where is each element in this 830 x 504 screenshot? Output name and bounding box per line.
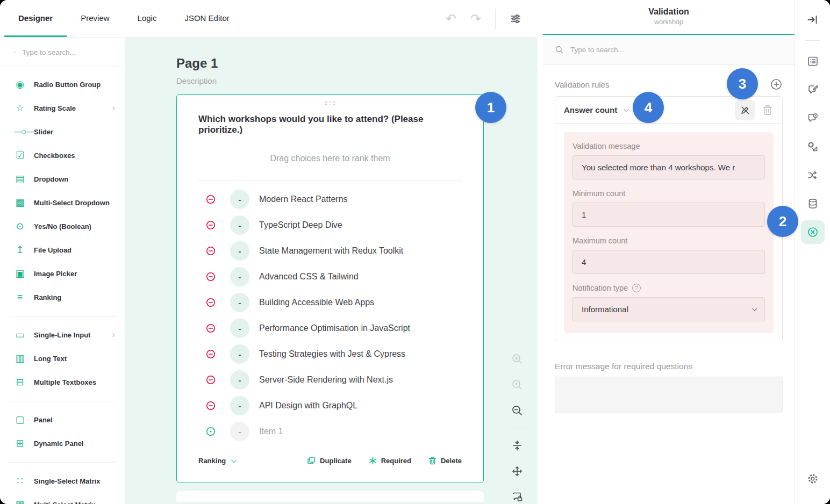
lock-comments-button[interactable]	[506, 486, 528, 504]
required-button[interactable]: Required	[369, 457, 411, 465]
zoom-reset-button[interactable]	[506, 374, 528, 395]
choice-row[interactable]: - TypeScript Deep Dive	[198, 212, 462, 238]
choice-row[interactable]: - Performance Optimisation in JavaScript	[198, 315, 462, 341]
tab-layout[interactable]	[801, 135, 825, 159]
choice-row[interactable]: - Advanced CSS & Tailwind	[198, 264, 462, 290]
remove-choice-button[interactable]	[206, 272, 216, 282]
choice-label[interactable]: State Management with Redux Toolkit	[259, 246, 403, 256]
toolbox-item[interactable]: ▢ Panel	[0, 408, 125, 431]
choice-label[interactable]: Testing Strategies with Jest & Cypress	[259, 349, 405, 359]
collapse-questions-button[interactable]	[506, 435, 528, 456]
duplicate-button[interactable]: Duplicate	[307, 456, 352, 465]
rule-type-dropdown[interactable]: Answer count	[564, 105, 627, 114]
remove-choice-button[interactable]	[206, 220, 216, 230]
add-choice-row[interactable]: - Item 1	[198, 419, 462, 444]
delete-rule-button[interactable]	[759, 100, 777, 120]
remove-circle-icon	[206, 375, 216, 385]
toolbox-item[interactable]: ◉ Radio Button Group	[0, 73, 125, 96]
view-tab[interactable]: Preview	[67, 0, 123, 37]
choice-row[interactable]: - API Design with GraphQL	[198, 393, 462, 419]
required-error-input[interactable]	[555, 377, 783, 413]
toolbox-item[interactable]: ▥ Long Text	[0, 347, 125, 370]
toolbox-item[interactable]: ☆ Rating Scale ›	[0, 96, 125, 120]
drag-handle[interactable]	[324, 101, 336, 105]
view-tab[interactable]: Designer	[4, 0, 67, 37]
toolbox-item-label: Multi-Select Matrix	[34, 501, 96, 504]
choice-row[interactable]: - Building Accessible Web Apps	[198, 290, 462, 315]
choice-row[interactable]: - Modern React Patterns	[198, 186, 462, 212]
remove-choice-button[interactable]	[206, 349, 216, 359]
toolbox-item[interactable]: ▣ Image Picker	[0, 262, 125, 285]
badge-number: 3	[739, 76, 746, 92]
rule-field-input[interactable]: 1	[573, 203, 765, 227]
toolbox-item[interactable]: ⊞ Dynamic Panel	[0, 431, 125, 455]
remove-choice-button[interactable]	[206, 298, 216, 307]
add-rule-button[interactable]	[770, 78, 783, 91]
new-item-label[interactable]: Item 1	[259, 427, 283, 436]
tab-validation[interactable]	[801, 220, 825, 244]
rule-field-input[interactable]: 4	[573, 250, 765, 274]
toolbox-item[interactable]: ↥ File Upload	[0, 238, 125, 262]
remove-choice-button[interactable]	[206, 401, 216, 411]
zoom-in-button[interactable]	[506, 348, 528, 370]
remove-circle-icon	[206, 246, 216, 256]
choice-label[interactable]: Performance Optimisation in JavaScript	[259, 323, 410, 333]
choice-row[interactable]: - State Management with Redux Toolkit	[198, 238, 462, 264]
next-question-card-edge[interactable]	[176, 491, 484, 502]
delete-button[interactable]: Delete	[428, 456, 462, 465]
choice-label[interactable]: TypeScript Deep Dive	[259, 220, 342, 230]
ranking-question-card[interactable]: Which workshops would you like to attend…	[176, 94, 484, 483]
question-title[interactable]: Which workshops would you like to attend…	[198, 114, 462, 135]
toolbox-item[interactable]: ─○─ Slider	[0, 120, 125, 143]
remove-circle-icon	[206, 220, 216, 230]
toolbox-item[interactable]: ⊟ Multiple Textboxes	[0, 370, 125, 394]
view-tab[interactable]: JSON Editor	[170, 0, 243, 37]
add-choice-button[interactable]	[206, 427, 216, 436]
toolbox-item[interactable]: ☑ Checkboxes	[0, 143, 125, 167]
page-description[interactable]: Description	[176, 76, 538, 85]
rank-circle: -	[230, 422, 249, 441]
creator-settings-button[interactable]	[510, 13, 521, 25]
toolbox-item[interactable]: ⊙ Yes/No (Boolean)	[0, 214, 125, 238]
remove-choice-button[interactable]	[206, 246, 216, 256]
panel-settings-button[interactable]	[801, 467, 825, 491]
tab-general[interactable]	[801, 49, 825, 73]
remove-choice-button[interactable]	[206, 195, 216, 204]
choice-row[interactable]: - Testing Strategies with Jest & Cypress	[198, 341, 462, 367]
toolbox-item[interactable]: ▩ Multi-Select Dropdown	[0, 191, 125, 214]
rule-field-input[interactable]: You selected more than 4 workshops. We r	[573, 155, 765, 179]
toolbox-search-input[interactable]	[22, 48, 117, 56]
zoom-out-button[interactable]	[506, 400, 528, 421]
page-title[interactable]: Page 1	[176, 56, 538, 71]
toolbox-item[interactable]: ▤ Dropdown	[0, 167, 125, 191]
tab-logic[interactable]	[801, 163, 825, 187]
choice-label[interactable]: Building Accessible Web Apps	[259, 298, 374, 307]
help-icon[interactable]: ?	[632, 284, 641, 292]
tab-choices[interactable]	[801, 106, 825, 130]
view-tab[interactable]: Logic	[124, 0, 171, 37]
choice-label[interactable]: Advanced CSS & Tailwind	[259, 272, 359, 282]
tab-input-settings[interactable]	[801, 78, 825, 102]
toolbox-item[interactable]: ▦ Multi-Select Matrix	[0, 493, 125, 504]
property-search-input[interactable]	[570, 46, 783, 54]
search-icon	[14, 48, 16, 57]
redo-button[interactable]: ↷	[470, 12, 481, 25]
remove-choice-button[interactable]	[206, 375, 216, 385]
choice-row[interactable]: - Server-Side Rendering with Next.js	[198, 367, 462, 393]
undo-button[interactable]: ↶	[446, 12, 456, 25]
tab-data[interactable]	[801, 192, 825, 215]
choice-label[interactable]: Modern React Patterns	[259, 195, 348, 204]
choice-label[interactable]: API Design with GraphQL	[259, 401, 357, 411]
toolbox-item[interactable]: ▭ Single-Line Input ›	[0, 323, 125, 347]
toolbox-item[interactable]: ≡ Ranking	[0, 285, 125, 309]
rule-field-input[interactable]: Informational	[573, 297, 765, 321]
question-type-dropdown[interactable]: Ranking	[198, 457, 235, 465]
choice-label[interactable]: Server-Side Rendering with Next.js	[259, 375, 393, 385]
drag-mode-button[interactable]	[506, 460, 528, 482]
disable-edit-button[interactable]	[735, 100, 755, 120]
collapse-panel-button[interactable]	[801, 8, 825, 31]
badge-number: 1	[487, 99, 495, 116]
toolbox-item[interactable]: ∷ Single-Select Matrix	[0, 469, 125, 493]
remove-choice-button[interactable]	[206, 323, 216, 333]
rank-placeholder: -	[239, 195, 241, 204]
